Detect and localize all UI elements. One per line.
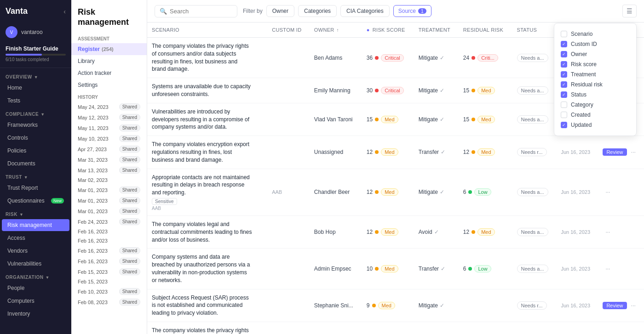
dropdown-label-treatment: Treatment [571,71,596,78]
panel-item-action-tracker[interactable]: Action tracker [71,67,147,79]
treatment-cell: Transfer ✓ [414,136,459,169]
history-item[interactable]: Feb 15, 2023Shared [71,266,147,277]
owner-filter-button[interactable]: Owner [266,5,294,17]
owner-cell: Stephanie Sni... [310,289,362,322]
dropdown-item-category[interactable]: Category [561,100,630,110]
history-item[interactable]: Mar 01, 2023Shared [71,195,147,206]
risk-score-cell: 2 Low [362,322,414,334]
categories-filter-button[interactable]: Categories [298,5,337,17]
dropdown-item-scenario[interactable]: Scenario [561,29,630,39]
dropdown-item-status[interactable]: ✓ Status [561,90,630,100]
sidebar-item-vendors[interactable]: Vendors [2,245,69,257]
owner-cell: Unassigned [310,136,362,169]
sidebar-item-home[interactable]: Home [2,82,69,94]
more-options-icon[interactable]: ··· [605,266,610,272]
history-item[interactable]: Feb 16, 2023Shared [71,256,147,266]
table-row[interactable]: Appropriate contacts are not maintained … [147,169,644,215]
sidebar-item-controls[interactable]: Controls [2,132,69,144]
custom-id-cell [267,249,310,289]
actions-cell[interactable]: ··· [598,249,644,289]
dropdown-item-risk-score[interactable]: ✓ Risk score [561,59,630,69]
history-item[interactable]: Mar 01, 2023Shared [71,206,147,216]
scenario-cell: Vulnerabilities are introduced by develo… [147,103,267,136]
sidebar-item-tests[interactable]: Tests [2,95,69,107]
dropdown-item-created[interactable]: Created [561,110,630,120]
more-options-icon[interactable]: ··· [631,302,636,309]
table-row[interactable]: The company violates the privacy rights … [147,322,644,334]
history-item[interactable]: Apr 27, 2023Shared [71,144,147,154]
dropdown-item-residual-risk[interactable]: ✓ Residual risk [561,79,630,90]
actions-cell[interactable]: ··· [598,169,644,215]
table-row[interactable]: The company violates legal and contractu… [147,215,644,248]
checkbox-category[interactable] [561,102,567,108]
checkbox-status[interactable]: ✓ [561,91,567,98]
history-item[interactable]: May 11, 2023Shared [71,123,147,133]
starter-guide[interactable]: Finish Starter Guide 6/10 tasks complete… [0,42,71,66]
actions-cell[interactable]: ··· [598,215,644,248]
history-item[interactable]: Feb 08, 2023Shared [71,297,147,307]
history-item[interactable]: May 12, 2023Shared [71,112,147,123]
history-item[interactable]: Feb 16, 2023 [71,227,147,236]
panel-item-settings[interactable]: Settings [71,79,147,91]
sidebar-item-frameworks[interactable]: Frameworks [2,119,69,131]
th-owner[interactable]: OWNER↑ [310,23,362,38]
review-badge[interactable]: Review [603,148,627,156]
checkbox-updated[interactable]: ✓ [561,122,567,128]
collapse-sidebar-icon[interactable]: ‹ [63,8,66,15]
actions-cell[interactable]: ··· [598,322,644,334]
history-item[interactable]: Feb 15, 2023 [71,277,147,286]
sidebar-item-questionnaires[interactable]: Questionnaires New [2,195,69,207]
source-filter-button[interactable]: Source 1 [393,5,431,17]
checkbox-scenario[interactable] [561,31,567,37]
search-input[interactable] [170,8,225,15]
scenario-cell: Appropriate contacts are not maintained … [147,169,267,215]
more-options-icon[interactable]: ··· [631,149,636,155]
more-options-icon[interactable]: ··· [605,229,610,235]
history-item[interactable]: Mar 01, 2023Shared [71,185,147,195]
table-row[interactable]: The company violates encryption export r… [147,136,644,169]
main-content: 🔍 Filter by Owner Categories CIA Categor… [147,0,644,334]
panel-item-register[interactable]: Register (254) [71,43,147,55]
checkbox-owner[interactable]: ✓ [561,51,567,57]
sidebar-item-computers[interactable]: Computers [2,295,69,307]
sidebar-item-trust-report[interactable]: Trust Report [2,182,69,194]
history-item[interactable]: May 10, 2023Shared [71,133,147,144]
dropdown-item-updated[interactable]: ✓ Updated [561,120,630,130]
panel-item-library[interactable]: Library [71,55,147,67]
cia-categories-filter-button[interactable]: CIA Categories [340,5,390,17]
sidebar-item-people[interactable]: People [2,282,69,294]
table-row[interactable]: Subject Access Request (SAR) process is … [147,289,644,322]
checkbox-residual-risk[interactable]: ✓ [561,81,567,88]
username-label: vantaroo [21,29,43,35]
sidebar-item-access[interactable]: Access [2,232,69,244]
sidebar-item-risk-management[interactable]: Risk management [2,219,69,231]
history-item[interactable]: Feb 10, 2023Shared [71,286,147,297]
history-item[interactable]: May 24, 2023Shared [71,102,147,112]
history-item[interactable]: Feb 16, 2023 [71,236,147,245]
actions-cell[interactable]: Review ··· [598,136,644,169]
checkbox-custom-id[interactable]: ✓ [561,41,567,47]
sidebar-item-vulnerabilities[interactable]: Vulnerabilities [2,258,69,270]
status-cell: Needs a... [512,249,557,289]
history-section-label: HISTORY [71,91,147,102]
history-item[interactable]: Mar 13, 2023Shared [71,165,147,175]
table-row[interactable]: Company systems and data are breached by… [147,249,644,289]
checkbox-treatment[interactable]: ✓ [561,71,567,78]
dropdown-item-custom-id[interactable]: ✓ Custom ID [561,39,630,49]
review-badge[interactable]: Review [603,302,627,309]
columns-toggle-button[interactable]: ☰ [622,5,637,17]
risk-score-cell: 30 Critical [362,78,414,103]
history-item[interactable]: Feb 24, 2023Shared [71,216,147,227]
checkbox-risk-score[interactable]: ✓ [561,61,567,68]
dropdown-item-treatment[interactable]: ✓ Treatment [561,69,630,79]
sidebar-item-policies[interactable]: Policies [2,145,69,157]
checkbox-created[interactable] [561,112,567,118]
more-options-icon[interactable]: ··· [605,189,610,195]
sidebar-item-inventory[interactable]: Inventory [2,308,69,320]
actions-cell[interactable]: Review ··· [598,289,644,322]
history-item[interactable]: Mar 02, 2023 [71,175,147,185]
history-item[interactable]: Mar 31, 2023Shared [71,154,147,165]
sidebar-item-documents[interactable]: Documents [2,158,69,170]
history-item[interactable]: Feb 16, 2023Shared [71,245,147,256]
dropdown-item-owner[interactable]: ✓ Owner [561,49,630,59]
